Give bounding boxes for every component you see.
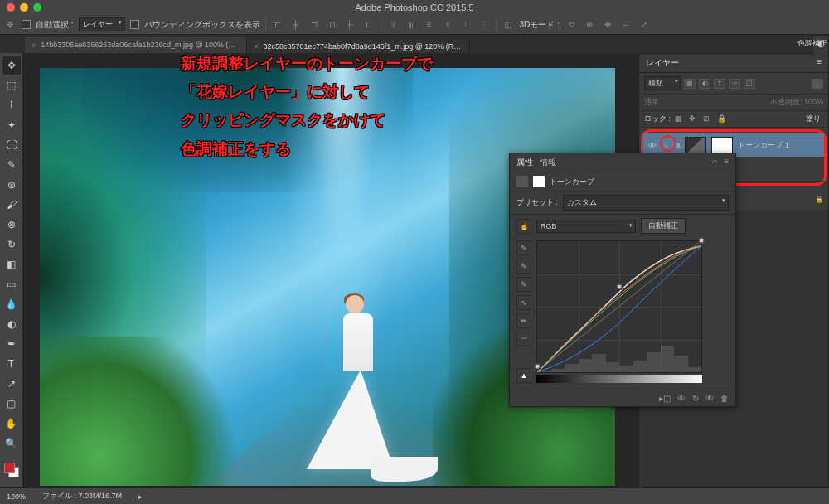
align-vcenter-icon[interactable]: ╫ [344, 18, 357, 32]
healing-tool[interactable]: ⊛ [2, 176, 21, 194]
align-bottom-icon[interactable]: ⊔ [362, 18, 376, 32]
crop-tool[interactable]: ⛶ [2, 136, 21, 154]
3d-pan-icon[interactable]: ✥ [601, 18, 614, 32]
status-more-icon[interactable]: ▸ [138, 492, 143, 501]
reset-icon[interactable]: ↻ [692, 394, 699, 403]
auto-select-checkbox[interactable] [22, 20, 31, 29]
bbox-checkbox[interactable] [130, 20, 139, 29]
color-swatch[interactable] [4, 463, 19, 477]
stamp-tool[interactable]: ⊗ [2, 216, 21, 234]
props-tab-info[interactable]: 情報 [540, 157, 556, 168]
filter-toggle[interactable]: │ [812, 79, 823, 89]
brush-tool[interactable]: 🖌 [2, 196, 21, 214]
filter-adjust-icon[interactable]: ◐ [699, 79, 710, 89]
layer-filter-select[interactable]: 種類 [644, 76, 681, 90]
clip-indicator-icon: ↳ [663, 142, 671, 149]
distribute-icon4[interactable]: ⫵ [441, 18, 454, 32]
filter-pixel-icon[interactable]: ▦ [684, 79, 696, 89]
lock-position-icon[interactable]: ✥ [689, 114, 699, 124]
curves-icon [516, 176, 528, 187]
pen-tool[interactable]: ✒ [2, 335, 21, 353]
align-top-icon[interactable]: ⊓ [326, 18, 339, 32]
window-maximize-button[interactable] [33, 3, 41, 12]
history-brush-tool[interactable]: ↻ [2, 235, 21, 254]
lasso-tool[interactable]: ⌇ [2, 96, 21, 114]
filter-type-icon[interactable]: T [714, 79, 725, 89]
draw-curve-icon[interactable]: ✏ [516, 313, 531, 328]
sampler-minus-icon[interactable]: ✎ [516, 277, 531, 292]
panel-collapse-icon[interactable]: ›› [711, 157, 717, 168]
lock-artboard-icon[interactable]: ⊞ [703, 114, 713, 124]
edit-points-icon[interactable]: ∿ [516, 295, 531, 310]
curve-point[interactable] [535, 364, 541, 370]
3d-roll-icon[interactable]: ⊕ [583, 18, 596, 32]
3d-icon[interactable]: ◫ [502, 18, 515, 32]
eyedropper-tool[interactable]: ✎ [2, 156, 21, 174]
zoom-tool[interactable]: 🔍 [2, 434, 21, 453]
hand-tool[interactable]: ✋ [2, 414, 21, 433]
close-icon[interactable]: × [32, 41, 36, 50]
3d-scale-icon[interactable]: ⤢ [638, 18, 651, 32]
distribute-icon6[interactable]: ⋮ [478, 18, 491, 32]
target-adjust-icon[interactable]: ☝ [516, 219, 531, 234]
visibility-icon[interactable]: 👁 [648, 141, 658, 150]
align-left-icon[interactable]: ⊏ [271, 18, 284, 32]
eraser-tool[interactable]: ◧ [2, 255, 21, 274]
path-tool[interactable]: ↗ [2, 375, 21, 393]
move-tool[interactable]: ✥ [2, 56, 21, 75]
zoom-level[interactable]: 120% [7, 492, 26, 501]
adjustments-label: 色調補正 [797, 38, 827, 49]
blur-tool[interactable]: 💧 [2, 295, 21, 313]
gradient-tool[interactable]: ▭ [2, 275, 21, 293]
toolbox: ✥ ⬚ ⌇ ✦ ⛶ ✎ ⊛ 🖌 ⊗ ↻ ◧ ▭ 💧 ◐ ✒ T ↗ ▢ ✋ 🔍 [0, 53, 23, 487]
3d-orbit-icon[interactable]: ⟲ [565, 18, 578, 32]
distribute-icon3[interactable]: ≡ [423, 18, 436, 32]
move-tool-icon: ✥ [3, 18, 17, 32]
align-hcenter-icon[interactable]: ╪ [289, 18, 303, 32]
preset-select[interactable]: カスタム [563, 195, 729, 211]
type-tool[interactable]: T [2, 355, 21, 373]
clip-black-icon[interactable]: ▲ [516, 368, 531, 383]
distribute-icon5[interactable]: ⫶ [459, 18, 473, 32]
curve-path [537, 241, 701, 372]
auto-button[interactable]: 自動補正 [641, 218, 686, 234]
layers-title: レイヤー [646, 57, 679, 69]
smooth-icon[interactable]: 〰 [516, 332, 531, 346]
view-previous-icon[interactable]: 👁 [677, 394, 686, 403]
clip-to-layer-icon[interactable]: ▸◫ [659, 394, 671, 403]
marquee-tool[interactable]: ⬚ [2, 76, 21, 94]
lock-pixels-icon[interactable]: ▦ [675, 114, 685, 124]
curve-point[interactable] [699, 238, 705, 244]
sampler-icon[interactable]: ✎ [516, 240, 531, 255]
distribute-icon2[interactable]: ⫼ [405, 18, 418, 32]
mask-icon[interactable] [533, 176, 545, 187]
curve-graph[interactable] [536, 240, 702, 373]
filter-smart-icon[interactable]: ◫ [744, 79, 755, 89]
preset-label: プリセット : [516, 197, 558, 208]
curve-point[interactable] [617, 284, 623, 289]
props-tab-attr[interactable]: 属性 [516, 157, 533, 168]
3d-slide-icon[interactable]: ↔ [619, 18, 633, 32]
window-close-button[interactable] [7, 3, 15, 12]
window-minimize-button[interactable] [20, 3, 28, 12]
file-size: ファイル : 7.03M/16.7M [42, 491, 122, 502]
3dmode-label: 3Dモード : [520, 19, 560, 31]
blend-mode[interactable]: 通常 [644, 97, 659, 108]
distribute-icon[interactable]: ⫴ [386, 18, 400, 32]
bride-subject [313, 295, 413, 477]
dodge-tool[interactable]: ◐ [2, 315, 21, 333]
wand-tool[interactable]: ✦ [2, 116, 21, 134]
delete-icon[interactable]: 🗑 [720, 394, 729, 403]
panel-menu-icon[interactable]: ≡ [724, 157, 729, 168]
input-gradient[interactable] [536, 375, 702, 383]
toggle-visibility-icon[interactable]: 👁 [705, 394, 714, 403]
lock-all-icon[interactable]: 🔒 [717, 114, 727, 124]
align-right-icon[interactable]: ⊐ [308, 18, 321, 32]
filter-shape-icon[interactable]: ▱ [729, 79, 740, 89]
auto-select-target[interactable]: レイヤー [79, 17, 125, 32]
shape-tool[interactable]: ▢ [2, 395, 21, 413]
sampler-plus-icon[interactable]: ✎ [516, 259, 531, 274]
channel-select[interactable]: RGB [536, 220, 636, 233]
lock-icon: 🔒 [815, 196, 823, 203]
panel-menu-icon[interactable]: ≡ [817, 57, 822, 69]
